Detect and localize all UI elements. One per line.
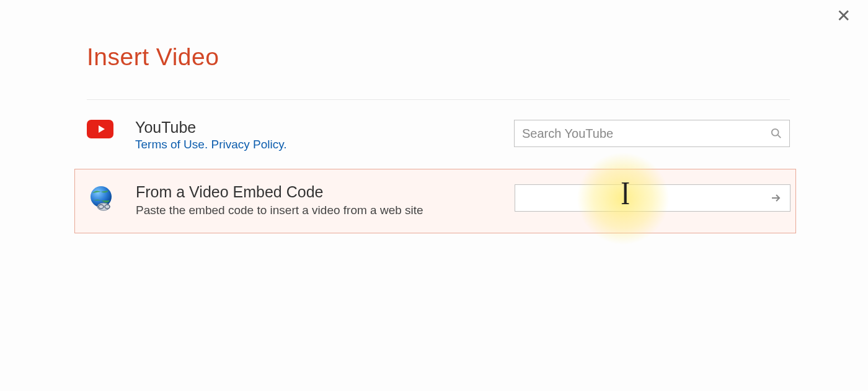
embed-input-wrap: I <box>515 183 790 212</box>
svg-line-1 <box>778 135 781 138</box>
youtube-search-wrap <box>514 119 790 147</box>
svg-point-0 <box>772 129 779 136</box>
search-icon[interactable] <box>771 128 782 139</box>
insert-video-dialog: Insert Video YouTube Terms of Use. Priva… <box>0 0 868 233</box>
youtube-search-box <box>514 120 790 147</box>
embed-code-row[interactable]: From a Video Embed Code Paste the embed … <box>74 169 796 233</box>
youtube-icon-wrap <box>87 119 135 138</box>
embed-icon-wrap <box>87 183 136 213</box>
globe-link-icon <box>87 184 116 213</box>
terms-of-use-link[interactable]: Terms of Use. <box>135 138 208 151</box>
embed-code-box <box>515 184 790 212</box>
close-button[interactable]: ✕ <box>836 7 851 25</box>
youtube-row: YouTube Terms of Use. Privacy Policy. <box>87 100 790 169</box>
youtube-text: YouTube Terms of Use. Privacy Policy. <box>135 119 514 151</box>
embed-title: From a Video Embed Code <box>136 183 496 201</box>
youtube-title: YouTube <box>135 119 495 137</box>
privacy-policy-link[interactable]: Privacy Policy. <box>211 138 286 151</box>
youtube-search-input[interactable] <box>522 127 771 141</box>
submit-arrow-icon[interactable] <box>770 192 782 204</box>
embed-code-input[interactable] <box>523 191 770 205</box>
embed-text: From a Video Embed Code Paste the embed … <box>136 183 515 219</box>
embed-description: Paste the embed code to insert a video f… <box>136 202 464 219</box>
dialog-title: Insert Video <box>87 43 790 100</box>
youtube-links: Terms of Use. Privacy Policy. <box>135 138 495 151</box>
youtube-icon <box>87 120 113 138</box>
